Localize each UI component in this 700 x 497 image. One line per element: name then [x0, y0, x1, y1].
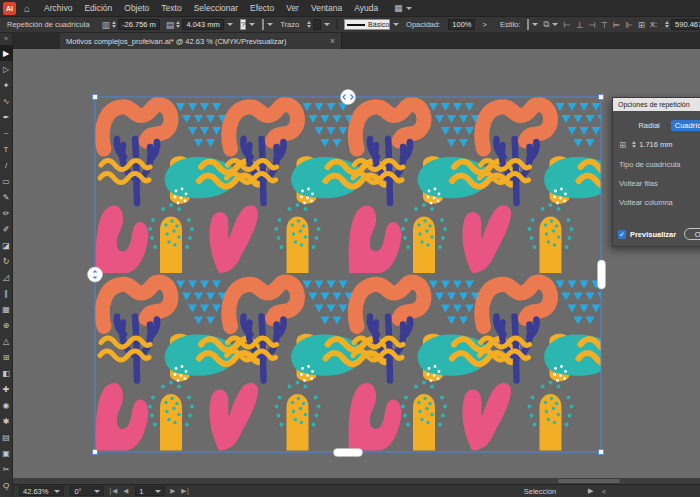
chevron-down-icon[interactable] — [324, 23, 330, 26]
stroke-style-select[interactable]: Básico — [344, 19, 390, 30]
prev-artboard-icon[interactable]: ◀ — [123, 487, 129, 495]
grid-spacing-value[interactable]: 1.716 mm — [639, 140, 672, 149]
home-icon[interactable]: ⌂ — [24, 3, 30, 14]
align-left-icon[interactable]: ⊢ — [563, 20, 570, 30]
opacity-field[interactable]: 100% — [448, 19, 475, 30]
repeat-columns-widget[interactable] — [341, 90, 356, 105]
grid-spacing-stepper[interactable] — [630, 139, 637, 150]
align-right-icon[interactable]: ⊣ — [588, 20, 595, 30]
next-artboard-icon[interactable]: ▶ — [170, 487, 176, 495]
flip-rows-label: Voltear filas — [619, 179, 700, 188]
type-tool[interactable]: T — [0, 141, 13, 157]
align-bottom-icon[interactable]: ⊩ — [625, 20, 632, 30]
last-artboard-icon[interactable]: ▶| — [181, 487, 190, 495]
mesh-tool[interactable]: ⊞ — [0, 349, 13, 365]
fill-swatch[interactable]: ? — [240, 19, 246, 30]
menu-ayuda[interactable]: Ayuda — [348, 3, 384, 13]
x-field[interactable]: 590.467 mm — [671, 19, 700, 30]
pen-tool[interactable]: ✒ — [0, 109, 13, 125]
status-back-icon[interactable]: < — [602, 488, 606, 495]
selection-tool[interactable]: ▶ — [0, 45, 13, 61]
scrollbar-thumb[interactable] — [558, 479, 620, 483]
align-center-icon[interactable]: ⊥ — [576, 20, 583, 30]
opacity-more[interactable]: > — [482, 20, 486, 29]
preview-checkbox[interactable]: ✓ — [618, 230, 626, 239]
artboard-select[interactable]: 1 — [135, 486, 165, 496]
menu-objeto[interactable]: Objeto — [118, 3, 155, 13]
chevron-down-icon[interactable] — [532, 23, 538, 26]
status-forward-icon[interactable]: ▶ — [588, 487, 593, 495]
zoom-level-select[interactable]: 42.63% — [19, 486, 64, 496]
shaper-tool[interactable]: ✐ — [0, 221, 13, 237]
menu-ver[interactable]: Ver — [280, 3, 305, 13]
gradient-tool[interactable]: ◧ — [0, 365, 13, 381]
eraser-tool[interactable]: ◪ — [0, 237, 13, 253]
style-swatch[interactable] — [527, 19, 529, 30]
free-transform-tool[interactable]: ▦ — [0, 301, 13, 317]
scale-tool[interactable]: ◿ — [0, 269, 13, 285]
pencil-tool[interactable]: ✏ — [0, 205, 13, 221]
line-tool[interactable]: / — [0, 157, 13, 173]
menu-archivo[interactable]: Archivo — [38, 3, 78, 13]
column-spacing-handle[interactable] — [598, 260, 606, 289]
h-spacing-field[interactable]: -26.756 m — [118, 19, 160, 30]
context-label: Repetición de cuadrícula — [7, 20, 90, 29]
canvas-area[interactable] — [0, 0, 700, 497]
direct-selection-tool[interactable]: ▷ — [0, 61, 13, 77]
eyedropper-tool[interactable]: ✚ — [0, 381, 13, 397]
document-setup-icon[interactable]: ⧉ — [543, 19, 549, 30]
stroke-weight-stepper[interactable] — [307, 19, 311, 30]
panel-tabs: Radial Cuadrícula — [613, 120, 700, 131]
chevron-down-icon[interactable] — [227, 23, 233, 26]
rotate-tool[interactable]: ↻ — [0, 253, 13, 269]
zoom-tool[interactable]: Q — [0, 477, 13, 493]
menu-edicion[interactable]: Edición — [78, 3, 118, 13]
first-artboard-icon[interactable]: |◀ — [109, 487, 118, 495]
lasso-tool[interactable]: ∿ — [0, 93, 13, 109]
x-stepper[interactable] — [665, 19, 669, 30]
blend-tool[interactable]: ◉ — [0, 397, 13, 413]
tools-panel: » ▶ ▷ ✦ ∿ ✒ ~ T / ▭ ✎ ✏ ✐ ◪ ↻ ◿ ∥ ▦ ⊕ △ … — [0, 33, 13, 497]
curvature-tool[interactable]: ~ — [0, 125, 13, 141]
graph-tool[interactable]: ▤ — [0, 429, 13, 445]
tab-radial[interactable]: Radial — [634, 120, 663, 131]
close-icon[interactable]: × — [330, 36, 335, 46]
row-spacing-handle[interactable] — [334, 449, 363, 457]
v-spacing-field[interactable]: 4.043 mm — [182, 19, 223, 30]
v-spacing-stepper[interactable] — [176, 19, 180, 30]
zoom-level-value: 42.63% — [23, 487, 48, 496]
stroke-weight-field[interactable] — [313, 19, 321, 30]
menu-texto[interactable]: Texto — [155, 3, 187, 13]
magic-wand-tool[interactable]: ✦ — [0, 77, 13, 93]
transform-reference-icon[interactable]: ⊞ — [638, 20, 645, 30]
options-bar: Repetición de cuadrícula ▥ -26.756 m ▤ 4… — [0, 17, 700, 33]
rectangle-tool[interactable]: ▭ — [0, 173, 13, 189]
chevron-down-icon[interactable] — [393, 23, 399, 26]
artboard-number: 1 — [139, 487, 143, 496]
align-middle-icon[interactable]: ⊨ — [613, 20, 620, 30]
artboard-tool[interactable]: ▣ — [0, 445, 13, 461]
shape-builder-tool[interactable]: ⊕ — [0, 317, 13, 333]
h-spacing-stepper[interactable] — [112, 19, 116, 30]
perspective-grid-tool[interactable]: △ — [0, 333, 13, 349]
menu-efecto[interactable]: Efecto — [244, 3, 280, 13]
document-tab[interactable]: Motivos complejos_profeivan.ai* @ 42.63 … — [60, 33, 342, 49]
workspace-switcher-icon[interactable]: ▦ — [394, 3, 403, 13]
tab-cuadricula[interactable]: Cuadrícula — [671, 120, 700, 131]
align-top-icon[interactable]: ⊤ — [601, 20, 608, 30]
repeat-rows-widget[interactable] — [88, 267, 103, 282]
panel-header[interactable]: Opciones de repetición — [613, 98, 700, 111]
ok-button[interactable]: OK — [684, 228, 700, 240]
width-tool[interactable]: ∥ — [0, 285, 13, 301]
chevron-down-icon[interactable] — [267, 23, 273, 26]
width-profile-box[interactable] — [336, 19, 338, 30]
menu-seleccionar[interactable]: Seleccionar — [188, 3, 244, 13]
chevron-down-icon[interactable] — [249, 23, 255, 26]
menu-ventana[interactable]: Ventana — [305, 3, 348, 13]
rotation-select[interactable]: 0° — [70, 486, 104, 496]
slice-tool[interactable]: ✂ — [0, 461, 13, 477]
symbol-sprayer-tool[interactable]: ✱ — [0, 413, 13, 429]
stroke-swatch-none-icon[interactable] — [262, 19, 264, 30]
paintbrush-tool[interactable]: ✎ — [0, 189, 13, 205]
toolbar-collapse-icon[interactable]: » — [4, 33, 8, 45]
